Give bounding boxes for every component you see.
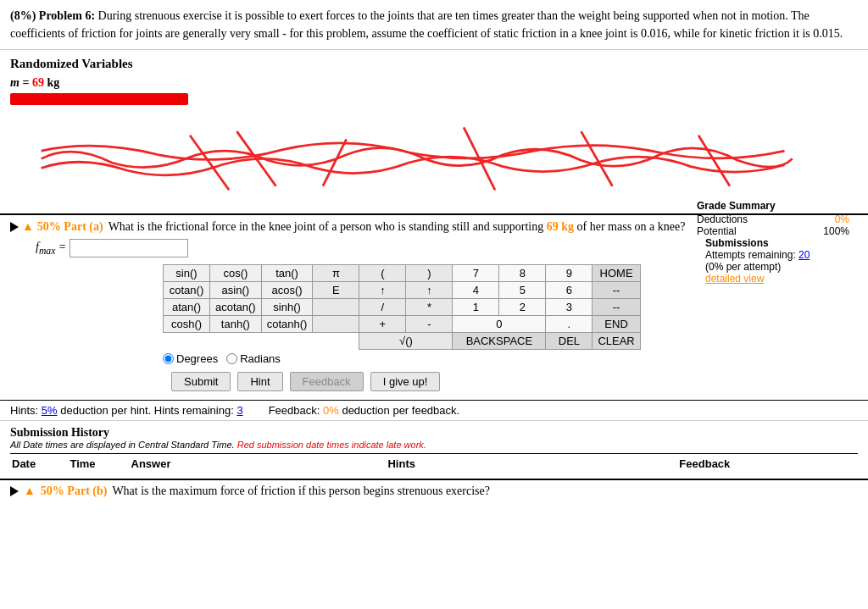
btn-up2[interactable]: ↑	[406, 282, 453, 299]
part-b-play-icon	[10, 486, 19, 496]
potential-label: Potential	[697, 225, 737, 237]
btn-pi[interactable]: π	[313, 265, 359, 282]
detailed-view-link[interactable]: detailed view	[705, 273, 849, 285]
attempts-note: (0% per attempt)	[705, 261, 849, 273]
btn-atan[interactable]: atan()	[164, 299, 210, 316]
btn-divide[interactable]: /	[359, 299, 406, 316]
degrees-radians-row: Degrees Radians	[163, 352, 697, 365]
sh-col-answer: Answer	[131, 456, 217, 472]
btn-sinh[interactable]: sinh()	[261, 299, 313, 316]
btn-cotan[interactable]: cotan()	[164, 282, 210, 299]
btn-del[interactable]: DEL	[546, 333, 593, 350]
btn-sqrt[interactable]: √()	[359, 333, 453, 350]
btn-cosh[interactable]: cosh()	[164, 316, 210, 333]
btn-acos[interactable]: acos()	[261, 282, 313, 299]
submissions-box: Submissions Attempts remaining: 20 (0% p…	[705, 230, 849, 285]
radians-label: Radians	[240, 352, 281, 365]
right-sidebar: Grade Summary Deductions 0% Potential 10…	[697, 220, 858, 395]
btn-4[interactable]: 4	[453, 282, 499, 299]
btn-acotan[interactable]: acotan()	[210, 299, 262, 316]
calc-table: sin() cos() tan() π ( ) 7 8 9 HOME	[163, 264, 641, 350]
degrees-option[interactable]: Degrees	[163, 352, 218, 365]
btn-lparen[interactable]: (	[359, 265, 406, 282]
hints-right: Feedback: 0% deduction per feedback.	[269, 404, 460, 417]
btn-5[interactable]: 5	[499, 282, 546, 299]
hints-left: Hints: 5% deduction per hint. Hints rema…	[10, 404, 243, 417]
btn-blank4	[313, 333, 359, 350]
btn-dash1[interactable]: --	[593, 282, 640, 299]
sh-col-date: Date	[12, 456, 68, 472]
btn-3[interactable]: 3	[546, 299, 593, 316]
btn-dash2[interactable]: --	[593, 299, 640, 316]
part-a-question: What is the frictional force in the knee…	[108, 220, 686, 234]
btn-0[interactable]: 0	[453, 316, 546, 333]
radians-option[interactable]: Radians	[226, 352, 281, 365]
btn-cos[interactable]: cos()	[210, 265, 262, 282]
radians-radio[interactable]	[226, 353, 237, 364]
play-icon	[10, 222, 19, 232]
deductions-row: Deductions 0%	[697, 213, 849, 225]
btn-tanh[interactable]: tanh()	[210, 316, 262, 333]
btn-backspace[interactable]: BACKSPACE	[453, 333, 546, 350]
btn-E[interactable]: E	[313, 282, 359, 299]
sh-col-feedback: Feedback	[594, 456, 856, 472]
btn-blank3	[164, 333, 313, 350]
sh-table: Date Time Answer Hints Feedback	[10, 453, 858, 473]
part-b-section: ▲ 50% Part (b) What is the maximum force…	[0, 479, 868, 502]
btn-up1[interactable]: ↑	[359, 282, 406, 299]
answer-input[interactable]	[70, 239, 188, 257]
calc-row-2: cotan() asin() acos() E ↑ ↑ 4 5 6 --	[164, 282, 641, 299]
btn-sin[interactable]: sin()	[164, 265, 210, 282]
btn-cotanh[interactable]: cotanh()	[261, 316, 313, 333]
btn-6[interactable]: 6	[546, 282, 593, 299]
feedback-button[interactable]: Feedback	[290, 372, 364, 391]
btn-8[interactable]: 8	[499, 265, 546, 282]
submit-button[interactable]: Submit	[171, 372, 231, 391]
potential-row: Potential 100%	[697, 225, 849, 237]
variable-text: m = 69 kg	[10, 76, 59, 89]
calc-row-5: √() BACKSPACE DEL CLEAR	[164, 333, 641, 350]
btn-rparen[interactable]: )	[406, 265, 453, 282]
input-row: fmax =	[36, 239, 697, 257]
btn-minus[interactable]: -	[406, 316, 453, 333]
btn-home[interactable]: HOME	[593, 265, 640, 282]
problem-number: (8%)	[10, 9, 36, 22]
btn-blank1	[313, 299, 359, 316]
degrees-radio[interactable]	[163, 353, 174, 364]
sh-header-row: Date Time Answer Hints Feedback	[12, 456, 856, 472]
problem-label: Problem 6:	[39, 9, 95, 22]
btn-7[interactable]: 7	[453, 265, 499, 282]
attempts-value[interactable]: 20	[798, 249, 810, 261]
btn-9[interactable]: 9	[546, 265, 593, 282]
btn-dot[interactable]: .	[546, 316, 593, 333]
part-b-warning-icon: ▲	[24, 484, 36, 498]
hints-line: Hints: 5% deduction per hint. Hints rema…	[0, 400, 868, 420]
randomized-section: Randomized Variables m = 69 kg	[0, 50, 868, 112]
btn-multiply[interactable]: *	[406, 299, 453, 316]
variable-line: m = 69 kg	[10, 76, 858, 90]
randomized-title: Randomized Variables	[10, 57, 858, 71]
attempts-label: Attempts remaining:	[705, 249, 796, 261]
part-a-section: ▲ 50% Part (a) What is the frictional fo…	[0, 213, 868, 400]
degrees-label: Degrees	[176, 352, 218, 365]
submission-history: Submission History All Date times are di…	[0, 420, 868, 479]
btn-2[interactable]: 2	[499, 299, 546, 316]
btn-asin[interactable]: asin()	[210, 282, 262, 299]
sh-col-time: Time	[70, 456, 129, 472]
btn-clear[interactable]: CLEAR	[593, 333, 640, 350]
btn-end[interactable]: END	[593, 316, 640, 333]
btn-plus[interactable]: +	[359, 316, 406, 333]
action-buttons: Submit Hint Feedback I give up!	[171, 372, 697, 391]
deductions-label: Deductions	[697, 213, 748, 225]
btn-blank2	[313, 316, 359, 333]
sh-title: Submission History	[10, 426, 858, 440]
input-label: fmax =	[36, 241, 66, 257]
btn-tan[interactable]: tan()	[261, 265, 313, 282]
attempts-row: Attempts remaining: 20	[705, 249, 849, 261]
problem-description: During strenuous exercise it is possible…	[10, 9, 843, 40]
warning-icon: ▲	[22, 220, 34, 234]
btn-1[interactable]: 1	[453, 299, 499, 316]
annotation-svg	[0, 112, 868, 213]
hint-button[interactable]: Hint	[237, 372, 282, 391]
give-up-button[interactable]: I give up!	[370, 372, 441, 391]
